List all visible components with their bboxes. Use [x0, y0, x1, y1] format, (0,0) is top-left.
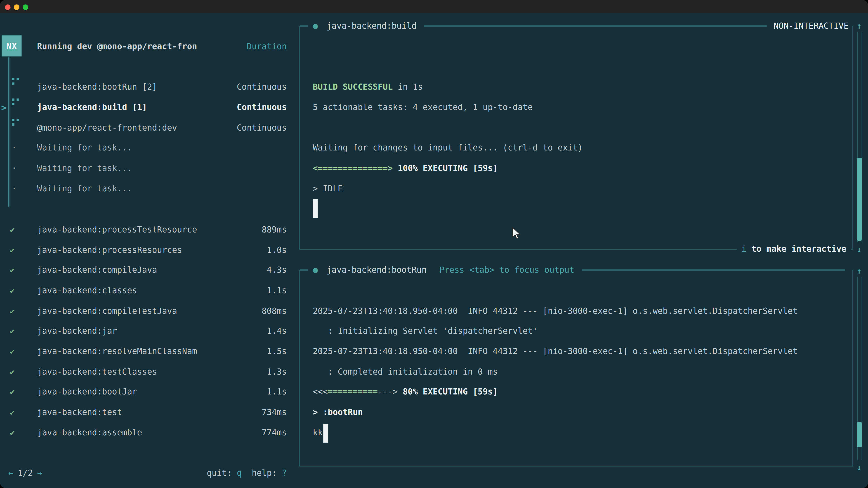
- checkmark-icon: ✔: [10, 301, 15, 322]
- page-indicator: 1/2: [13, 468, 37, 478]
- task-name: java-backend:processResources: [37, 240, 182, 261]
- task-duration: 1.5s: [267, 341, 287, 362]
- interactive-hint-text: to make interactive: [746, 244, 846, 254]
- completed-task-row[interactable]: ✔ java-backend:jar 1.4s: [0, 321, 299, 341]
- task-name: java-backend:build [1]: [37, 97, 147, 118]
- waiting-label: Waiting for task...: [37, 179, 132, 199]
- border-stub: [300, 269, 308, 270]
- task-name: java-backend:classes: [37, 281, 137, 301]
- task-name: java-backend:compileJava: [37, 260, 157, 281]
- build-summary-line: 5 actionable tasks: 4 executed, 1 up-to-…: [313, 100, 533, 115]
- checkmark-icon: ✔: [10, 362, 15, 383]
- completed-task-row[interactable]: ✔ java-backend:assemble 774ms: [0, 423, 299, 443]
- scroll-down-icon[interactable]: ↓: [855, 242, 864, 257]
- minimize-button[interactable]: [14, 4, 19, 10]
- completed-task-row[interactable]: ✔ java-backend:testClasses 1.3s: [0, 362, 299, 383]
- task-bullet-icon: ●: [308, 263, 327, 277]
- viewport: NX Running dev @mono-app/react-fron Dura…: [0, 0, 868, 488]
- build-scrollbar-thumb[interactable]: [857, 158, 862, 240]
- quit-key: q: [237, 468, 242, 478]
- interactive-hint: i to make interactive: [737, 242, 851, 256]
- completed-task-row[interactable]: ✔ java-backend:compileJava 4.3s: [0, 260, 299, 281]
- task-status: Continuous: [237, 97, 287, 118]
- page-prev-arrow-icon[interactable]: ←: [8, 468, 13, 478]
- waiting-label: Waiting for task...: [37, 158, 132, 179]
- build-progress-line: <==============> 100% EXECUTING [59s]: [313, 161, 498, 175]
- log-line: : Completed initialization in 0 ms: [313, 365, 498, 379]
- terminal-window: NX Running dev @mono-app/react-fron Dura…: [0, 0, 868, 488]
- bootrun-scrollbar-thumb[interactable]: [857, 422, 862, 447]
- progress-bar-glyphs: <==============>: [313, 163, 393, 173]
- checkmark-icon: ✔: [10, 423, 15, 443]
- checkmark-icon: ✔: [10, 321, 15, 341]
- task-name: java-backend:jar: [37, 321, 117, 341]
- build-idle-line: > IDLE: [313, 182, 343, 196]
- close-button[interactable]: [5, 4, 10, 10]
- bullet-icon: ·: [11, 179, 17, 199]
- build-time-text: in 1s: [393, 82, 423, 92]
- running-task-row[interactable]: @mono-app/react-frontend:dev Continuous: [0, 118, 299, 138]
- duration-column-label: Duration: [247, 37, 287, 57]
- build-success-line: BUILD SUCCESSFUL in 1s: [313, 80, 423, 94]
- terminal-cursor: [313, 199, 318, 218]
- bootrun-prompt-line: > :bootRun: [313, 405, 363, 420]
- scroll-up-icon[interactable]: ↑: [855, 264, 864, 278]
- task-name: java-backend:bootRun [2]: [37, 77, 157, 97]
- bootrun-progress-line: <<<==========---> 80% EXECUTING [59s]: [313, 385, 498, 399]
- task-status: Continuous: [237, 77, 287, 97]
- completed-task-row[interactable]: ✔ java-backend:compileTestJava 808ms: [0, 301, 299, 322]
- bootrun-input-line[interactable]: kk: [313, 425, 323, 440]
- completed-task-row[interactable]: ✔ java-backend:resolveMainClassNam 1.5s: [0, 341, 299, 362]
- log-line: : Initializing Servlet 'dispatcherServle…: [313, 324, 538, 338]
- progress-open-glyphs: <<<: [313, 387, 328, 397]
- task-name: java-backend:processTestResource: [37, 220, 197, 240]
- completed-task-row[interactable]: ✔ java-backend:classes 1.1s: [0, 281, 299, 301]
- task-status: Continuous: [237, 118, 287, 138]
- task-name: java-backend:compileTestJava: [37, 301, 177, 322]
- bullet-icon: ·: [11, 138, 17, 158]
- task-duration: 734ms: [262, 402, 287, 423]
- scroll-up-icon[interactable]: ↑: [855, 19, 864, 33]
- focus-output-hint: Press <tab> to focus output: [439, 263, 575, 277]
- waiting-task-row: · Waiting for task...: [0, 138, 299, 158]
- window-titlebar[interactable]: [0, 0, 868, 13]
- quit-label: quit:: [207, 468, 232, 478]
- log-line: 2025-07-23T13:40:18.950-04:00 INFO 44312…: [313, 304, 798, 318]
- help-key: ?: [282, 468, 287, 478]
- progress-label: 100% EXECUTING [59s]: [393, 163, 498, 173]
- completed-task-row[interactable]: ✔ java-backend:processTestResource 889ms: [0, 220, 299, 240]
- task-duration: 1.1s: [267, 281, 287, 301]
- completed-task-row[interactable]: ✔ java-backend:processResources 1.0s: [0, 240, 299, 261]
- maximize-button[interactable]: [23, 4, 28, 10]
- pager[interactable]: ←1/2→: [8, 466, 42, 480]
- task-duration: 774ms: [262, 423, 287, 443]
- build-output-pane[interactable]: ● java-backend:build NON-INTERACTIVE i t…: [300, 26, 852, 250]
- task-list-header: Running dev @mono-app/react-fron Duratio…: [0, 37, 299, 57]
- task-duration: 1.1s: [267, 382, 287, 402]
- bootrun-pane-title: java-backend:bootRun: [327, 263, 427, 277]
- header-rule: [582, 269, 845, 270]
- task-name: @mono-app/react-frontend:dev: [37, 118, 177, 138]
- task-name: java-backend:testClasses: [37, 362, 157, 383]
- bullet-icon: ·: [11, 158, 17, 179]
- task-duration: 1.0s: [267, 240, 287, 261]
- scroll-down-icon[interactable]: ↓: [855, 460, 864, 475]
- page-next-arrow-icon[interactable]: →: [37, 468, 42, 478]
- non-interactive-badge: NON-INTERACTIVE: [774, 19, 849, 33]
- running-task-row[interactable]: java-backend:bootRun [2] Continuous: [0, 77, 299, 97]
- task-bullet-icon: ●: [308, 19, 327, 33]
- waiting-task-row: · Waiting for task...: [0, 179, 299, 199]
- waiting-task-row: · Waiting for task...: [0, 158, 299, 179]
- checkmark-icon: ✔: [10, 341, 15, 362]
- task-duration: 808ms: [262, 301, 287, 322]
- completed-task-row[interactable]: ✔ java-backend:test 734ms: [0, 402, 299, 423]
- checkmark-icon: ✔: [10, 260, 15, 281]
- checkmark-icon: ✔: [10, 402, 15, 423]
- build-successful-text: BUILD SUCCESSFUL: [313, 82, 393, 92]
- keyboard-hints: quit: q help: ?: [207, 466, 287, 480]
- completed-task-row[interactable]: ✔ java-backend:bootJar 1.1s: [0, 382, 299, 402]
- terminal-cursor: [323, 424, 328, 443]
- task-name: java-backend:resolveMainClassNam: [37, 341, 197, 362]
- running-task-row-selected[interactable]: java-backend:build [1] Continuous: [0, 97, 299, 118]
- waiting-label: Waiting for task...: [37, 138, 132, 158]
